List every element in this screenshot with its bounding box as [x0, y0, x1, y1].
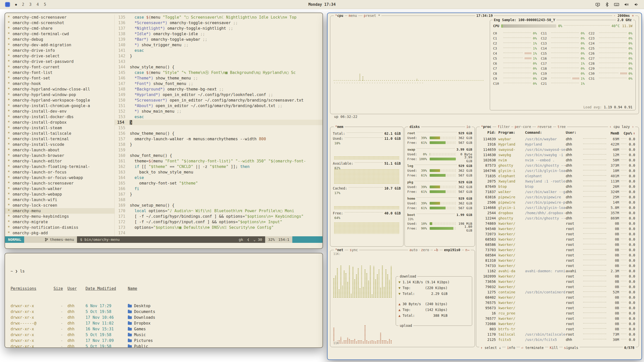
file-list-item[interactable]: *omarchy-install-steam	[5, 125, 114, 131]
file-list-item[interactable]: *omarchy-launch-or-focus	[5, 169, 114, 175]
code-line[interactable]: 163 back_to show_style_menu	[115, 169, 323, 175]
process-row[interactable]: 68586kworker/root0B0.0	[480, 242, 635, 247]
process-row[interactable]: 2075XwaylandXwayland :1 -rootless -dhh11…	[480, 179, 635, 184]
tree-toggle[interactable]: tree	[556, 124, 567, 129]
process-row[interactable]: 104746glycin-i/usr/lib/glycin-loadersdhh…	[480, 168, 635, 173]
volume-high-icon[interactable]	[624, 2, 629, 7]
keyboard-icon[interactable]	[614, 2, 619, 7]
file-list-item[interactable]: *omarchy-cmd-screenshot	[5, 20, 114, 26]
col-program[interactable]: Program:	[498, 130, 525, 136]
code-line[interactable]: 154}	[115, 120, 323, 125]
process-row[interactable]: 12244ghostty/usr/bin/ghostty --gtk-dhh86…	[480, 216, 635, 221]
code-line[interactable]: 136 *Screensaver*) omarchy-toggle-screen…	[115, 20, 323, 26]
process-row[interactable]: 73703kworker/root0B0.0	[480, 247, 635, 253]
file-list-item[interactable]: *omarchy-font-list	[5, 70, 114, 75]
col-memory[interactable]: MemB	[581, 130, 619, 136]
file-list-item[interactable]: *omarchy-install-chromium-google-a	[5, 103, 114, 109]
io-mode-toggle[interactable]: io	[465, 124, 472, 129]
file-list-item[interactable]: *omarchy-hook	[5, 81, 114, 86]
file-list-item[interactable]: *omarchy-hyprland-window-close-all	[5, 86, 114, 92]
code-line[interactable]: 169show_setup_menu() {	[115, 203, 323, 208]
file-list-item[interactable]: *omarchy-drive-select	[5, 53, 114, 59]
col-command[interactable]: Command:	[525, 130, 566, 136]
command-line[interactable]	[5, 243, 323, 248]
terminate-key[interactable]: ⏎ terminate	[520, 346, 545, 350]
code-line[interactable]: 141 esac	[115, 48, 323, 53]
code-line[interactable]: 151 *About*) open_in_editor ~/.config/om…	[115, 103, 323, 109]
process-row[interactable]: 102638nvimnvim --embed .dhh58M0.0	[480, 158, 635, 163]
process-row[interactable]: 72088kworker/root0B0.0	[480, 321, 635, 327]
file-list-item[interactable]: *omarchy-font-current	[5, 64, 114, 70]
menu-button[interactable]: menu	[347, 13, 358, 18]
process-row[interactable]: 79032kworker/root0B0.0	[480, 284, 635, 290]
code-line[interactable]: 172 [ -f ~/.config/hypr/input.conf ] && …	[115, 219, 323, 225]
file-list-item[interactable]: *omarchy-font-set	[5, 75, 114, 81]
file-list-item[interactable]: *omarchy-cmd-share	[5, 26, 114, 31]
code-line[interactable]: 152 *) show_main_menu ;;	[115, 109, 323, 114]
code-line[interactable]: 162 if [[ "$theme" == "CNCLD" || -z "$th…	[115, 164, 323, 169]
code-line[interactable]: 159	[115, 147, 323, 153]
file-list-item[interactable]: *omarchy-launch-browser	[5, 153, 114, 158]
process-row[interactable]: 68583kworker/root0B0.0	[480, 237, 635, 242]
file-list-item[interactable]: *omarchy-menu-keybindings	[5, 214, 114, 219]
code-line[interactable]: 147 *Font*) show_font_menu ;;	[115, 81, 323, 86]
file-explorer-pane[interactable]: *omarchy-cmd-screensaver*omarchy-cmd-scr…	[5, 15, 115, 236]
code-line[interactable]: 144show_style_menu() {	[115, 64, 323, 70]
process-row[interactable]: 68402kworker/root0B0.0	[480, 295, 635, 300]
code-line[interactable]: 148 *Background*) omarchy-theme-bg-next …	[115, 86, 323, 92]
code-line[interactable]: 153 esac	[115, 114, 323, 120]
bluetooth-icon[interactable]	[605, 2, 609, 7]
file-list-item[interactable]: *omarchy-launch-wifi	[5, 197, 114, 203]
col-cpu[interactable]: Cpu%↑	[619, 130, 635, 136]
file-list-item[interactable]: *omarchy-notification-dismiss	[5, 225, 114, 230]
file-list-item[interactable]: *omarchy-install-dev-env	[5, 109, 114, 114]
workspace-2[interactable]: 2	[22, 2, 24, 7]
iface-next-button[interactable]: n→	[464, 248, 471, 252]
terminal-output[interactable]: ~ ❯ ls Permissions Size User Date Modifi…	[5, 253, 323, 348]
file-list-item[interactable]: *omarchy-lock-screen	[5, 203, 114, 208]
process-row[interactable]: 102099kworker/root0B0.0	[480, 274, 635, 279]
file-list-item[interactable]: *omarchy-menu	[5, 208, 114, 214]
code-line[interactable]: 174	[115, 230, 323, 236]
file-list-item[interactable]: *omarchy-install-terminal	[5, 136, 114, 142]
code-line[interactable]: 173 options="$options\n▦ Defaults\n⊕ DNS…	[115, 225, 323, 230]
update-interval-control[interactable]: - 2000ms +	[612, 13, 635, 18]
process-row[interactable]: 803btrfs-trroot0B0.0	[480, 327, 635, 332]
code-line[interactable]: 156show_theme_menu() {	[115, 131, 323, 136]
filter-button[interactable]: filter	[496, 124, 511, 129]
process-row[interactable]: 95673kworker/root0B0.0	[480, 305, 635, 311]
process-row[interactable]: 63816pipewire/usr/bin/pipewiredhh25M0.0	[480, 195, 635, 200]
col-pid[interactable]: Pid:	[480, 130, 498, 136]
signals-key[interactable]: signals	[563, 346, 580, 350]
code-line[interactable]: 170 local options="♪ Audio\n⌒ Wifi\nᛒ Bl…	[115, 208, 323, 214]
preset-button[interactable]: preset *	[363, 13, 381, 18]
file-list-item[interactable]: *omarchy-launch-or-focus-webapp	[5, 175, 114, 180]
file-list-item[interactable]: *omarchy-launch-editor	[5, 158, 114, 164]
code-line[interactable]: 143	[115, 59, 323, 64]
code-pane[interactable]: 135 case $(menu "Toggle" "▢ Screensaver\…	[115, 15, 323, 236]
net-auto-toggle[interactable]: auto	[408, 248, 419, 252]
kill-key[interactable]: Kill	[548, 346, 559, 350]
process-row[interactable]: 71837walker/usr/bin/walker --gappldhh324…	[480, 189, 635, 195]
file-list-item[interactable]: *omarchy-launch-floating-terminal-	[5, 164, 114, 169]
code-line[interactable]: 138 *Idle*) omarchy-toggle-idle ;;	[115, 31, 323, 37]
process-row[interactable]: 2544dropbox/home/dhh/.dropbox-distdhh357…	[480, 210, 635, 216]
code-line[interactable]: 168	[115, 197, 323, 203]
info-key[interactable]: info	[506, 346, 516, 350]
file-list-item[interactable]: *omarchy-cmd-screensaver	[5, 15, 114, 20]
workspace-3[interactable]: 3	[29, 2, 31, 7]
process-row[interactable]: 1170tailscal/usr/sbin/tailscaled --root7…	[480, 332, 635, 337]
file-list-item[interactable]: *omarchy-debug	[5, 37, 114, 42]
code-line[interactable]: 139 *Bar*) omarchy-toggle-waybar ;;	[115, 37, 323, 42]
code-line[interactable]: 165 omarchy-font-set "$theme"	[115, 180, 323, 186]
process-row[interactable]: 81310kworker/root0B0.0	[480, 258, 635, 263]
process-row[interactable]: 74869kworker/root0B0.0	[480, 221, 635, 226]
process-row[interactable]: 2506pipewire/usr/bin/pipewire-pulsedhh14…	[480, 200, 635, 205]
volume-low-icon[interactable]	[634, 2, 639, 7]
reverse-toggle[interactable]: reverse	[536, 124, 553, 129]
iface-prev-button[interactable]: ←b	[433, 248, 439, 252]
process-row[interactable]: 94540kworker/root0B0.0	[480, 226, 635, 232]
code-line[interactable]: 146 *Theme*) show_theme_menu ;;	[115, 75, 323, 81]
code-line[interactable]: 157 omarchy-launch-walker -m menus:omarc…	[115, 136, 323, 142]
file-list-item[interactable]: *omarchy-install-dropbox	[5, 120, 114, 125]
